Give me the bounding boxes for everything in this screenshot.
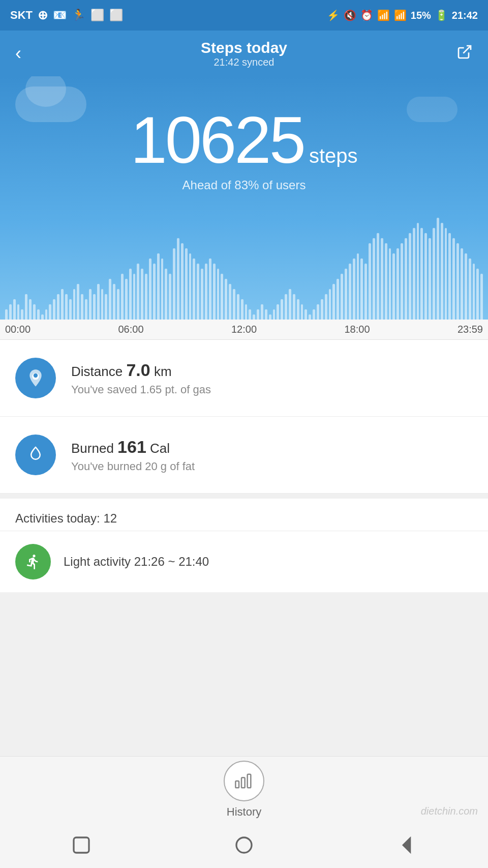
distance-main: Distance 7.0 km — [71, 360, 211, 380]
bluetooth-icon: ⚡ — [327, 9, 340, 21]
sync-status: 21:42 synced — [201, 56, 287, 68]
calories-sub: You've burned 20 g of fat — [71, 460, 195, 473]
battery-label: 15% — [411, 10, 431, 21]
status-bar: SKT ⊕ 📧 🏃 ⬜ ⬜ ⚡ 🔇 ⏰ 📶 📶 15% 🔋 21:42 — [0, 0, 488, 31]
time-label-1: 06:00 — [118, 324, 143, 335]
calories-text: Burned 161 Cal You've burned 20 g of fat — [71, 437, 195, 473]
distance-value: 7.0 — [126, 360, 150, 380]
activity-row: Light activity 21:26 ~ 21:40 — [0, 531, 488, 592]
time-axis: 00:00 06:00 12:00 18:00 23:59 — [0, 320, 488, 340]
signal-icon: 📶 — [394, 9, 407, 21]
svg-marker-8 — [403, 838, 410, 852]
distance-text: Distance 7.0 km You've saved 1.65 pt. of… — [71, 360, 211, 396]
status-left: SKT ⊕ 📧 🏃 ⬜ ⬜ — [10, 8, 123, 22]
history-label: History — [227, 805, 261, 819]
calories-icon — [15, 435, 56, 475]
calories-value: 161 — [117, 437, 146, 456]
mute-icon: 🔇 — [344, 9, 356, 21]
status-right: ⚡ 🔇 ⏰ 📶 📶 15% 🔋 21:42 — [327, 9, 478, 21]
wifi-icon: 📶 — [377, 9, 390, 21]
mi-icon2: ⬜ — [109, 9, 123, 22]
steps-comparison: Ahead of 83% of users — [0, 178, 488, 192]
cloud-decoration2 — [407, 97, 458, 122]
home-button[interactable] — [229, 830, 259, 860]
steps-number: 10625 — [130, 103, 304, 177]
distance-stat-row: Distance 7.0 km You've saved 1.65 pt. of… — [0, 340, 488, 417]
activities-label: Activities today: — [15, 511, 100, 525]
calories-label: Burned — [71, 441, 114, 456]
outlook-icon: 📧 — [53, 9, 67, 22]
activity-text: Light activity 21:26 ~ 21:40 — [64, 555, 209, 569]
plus-icon: ⊕ — [38, 8, 48, 22]
cloud-decoration — [15, 86, 86, 122]
distance-icon — [15, 358, 56, 398]
calories-stat-row: Burned 161 Cal You've burned 20 g of fat — [0, 417, 488, 494]
activity-icon — [15, 544, 51, 580]
svg-line-0 — [463, 46, 471, 53]
header: ‹ Steps today 21:42 synced — [0, 31, 488, 76]
time-label: 21:42 — [452, 10, 478, 21]
recents-button[interactable] — [66, 830, 97, 860]
time-label-0: 00:00 — [5, 324, 30, 335]
header-title-area: Steps today 21:42 synced — [201, 39, 287, 68]
svg-rect-6 — [74, 837, 89, 853]
back-button[interactable]: ‹ — [15, 43, 21, 64]
page-title: Steps today — [201, 39, 287, 56]
svg-rect-3 — [235, 781, 239, 788]
svg-rect-4 — [241, 777, 245, 788]
time-label-2: 12:00 — [231, 324, 257, 335]
fitness-icon: 🏃 — [72, 9, 85, 22]
activities-section: Activities today: 12 Light activity 21:2… — [0, 499, 488, 592]
steps-chart — [0, 208, 488, 320]
history-button[interactable]: History — [224, 761, 264, 819]
calories-main: Burned 161 Cal — [71, 437, 195, 457]
svg-rect-5 — [248, 774, 251, 788]
carrier-label: SKT — [10, 9, 33, 22]
activities-count: 12 — [103, 511, 117, 525]
battery-icon: 🔋 — [435, 9, 448, 21]
distance-sub: You've saved 1.65 pt. of gas — [71, 383, 211, 396]
distance-label: Distance — [71, 364, 123, 379]
stats-section: Distance 7.0 km You've saved 1.65 pt. of… — [0, 340, 488, 494]
export-button[interactable] — [456, 44, 473, 64]
system-nav — [0, 822, 488, 868]
history-icon-circle — [224, 761, 264, 801]
svg-point-2 — [34, 373, 38, 378]
back-nav-button[interactable] — [391, 830, 422, 860]
hero-section: 10625steps Ahead of 83% of users — [0, 76, 488, 320]
steps-unit: steps — [309, 144, 358, 167]
bottom-nav: History — [0, 756, 488, 822]
alarm-icon: ⏰ — [360, 9, 373, 21]
calories-unit: Cal — [150, 441, 170, 456]
activities-header: Activities today: 12 — [0, 499, 488, 531]
time-label-4: 23:59 — [458, 324, 483, 335]
svg-point-7 — [236, 837, 252, 853]
distance-unit: km — [154, 364, 172, 379]
watermark: dietchin.com — [421, 805, 478, 817]
mi-icon1: ⬜ — [90, 9, 104, 22]
time-label-3: 18:00 — [344, 324, 370, 335]
